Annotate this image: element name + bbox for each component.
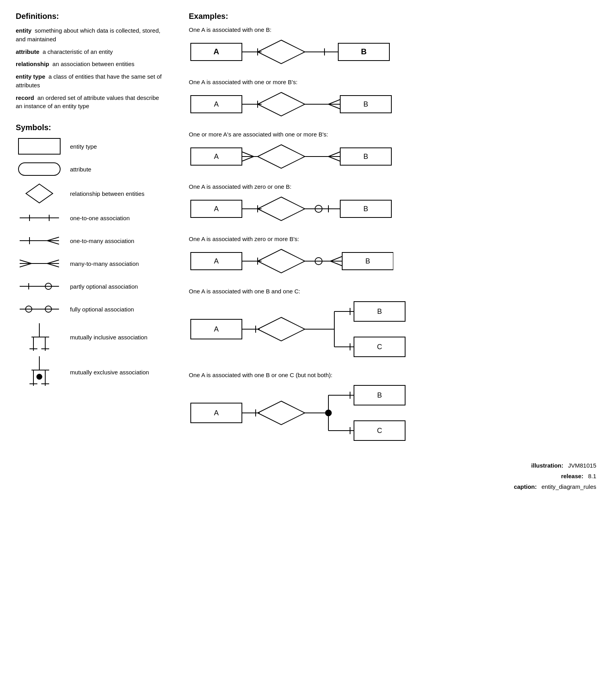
right-column: Examples: One A is associated with one B…	[189, 12, 596, 492]
def-entity: entity something about which data is col…	[16, 26, 165, 44]
svg-line-8	[47, 237, 59, 241]
svg-text:B: B	[361, 47, 367, 56]
footer: illustration: JVM81015 release: 8.1 capt…	[189, 460, 596, 492]
svg-text:B: B	[377, 308, 382, 315]
example-5: One A is associated with zero or more B'…	[189, 236, 596, 277]
svg-rect-0	[18, 138, 60, 154]
example-2-diagram: A B	[189, 88, 596, 120]
footer-illustration-label: illustration:	[524, 460, 563, 471]
svg-marker-74	[258, 197, 305, 221]
definitions-section: Definitions: entity something about whic…	[16, 12, 165, 111]
symbol-one-to-one: one-to-one association	[16, 209, 165, 227]
def-record: record an ordered set of attribute value…	[16, 94, 165, 111]
svg-text:B: B	[363, 205, 368, 213]
symbol-partly-optional-icon	[16, 282, 63, 291]
example-3-caption: One or more A's are associated with one …	[189, 131, 596, 138]
svg-text:A: A	[214, 257, 219, 265]
svg-line-10	[47, 241, 59, 244]
example-4-diagram: A B	[189, 193, 596, 225]
svg-line-54	[328, 104, 340, 109]
svg-text:B: B	[365, 257, 370, 265]
svg-marker-96	[258, 317, 305, 341]
footer-caption-label: caption:	[498, 481, 537, 492]
svg-text:A: A	[214, 205, 219, 213]
examples-title: Examples:	[189, 12, 596, 21]
svg-point-36	[37, 374, 42, 379]
footer-caption-row: caption: entity_diagram_rules	[189, 481, 596, 492]
example-3: One or more A's are associated with one …	[189, 131, 596, 172]
svg-text:C: C	[377, 427, 382, 435]
symbols-title: Symbols:	[16, 123, 165, 132]
svg-line-14	[20, 263, 31, 267]
symbol-one-to-one-label: one-to-one association	[70, 215, 130, 221]
example-5-diagram: A B	[189, 245, 596, 277]
symbol-many-to-many-icon	[16, 258, 63, 269]
def-relationship: relationship an association between enti…	[16, 60, 165, 68]
footer-release-label: release:	[544, 471, 583, 481]
symbol-many-to-many-label: many-to-many association	[70, 260, 139, 267]
svg-marker-63	[258, 145, 305, 168]
svg-line-89	[330, 261, 342, 266]
footer-illustration-value: JVM81015	[568, 460, 596, 471]
symbol-mutually-exclusive-label: mutually exclusive association	[70, 369, 149, 376]
definitions-title: Definitions:	[16, 12, 165, 21]
svg-text:C: C	[377, 343, 382, 351]
def-entity-type: entity type a class of entities that hav…	[16, 72, 165, 90]
svg-marker-111	[258, 401, 305, 425]
symbol-relationship-icon	[16, 183, 63, 204]
svg-line-60	[242, 152, 254, 157]
symbols-section: Symbols: entity type attribute	[16, 123, 165, 388]
symbol-one-to-many: one-to-many association	[16, 232, 165, 249]
def-attribute: attribute a characteristic of an entity	[16, 48, 165, 56]
svg-rect-1	[18, 163, 60, 175]
footer-illustration-row: illustration: JVM81015	[189, 460, 596, 471]
svg-text:A: A	[214, 409, 219, 417]
symbol-fully-optional-label: fully optional association	[70, 306, 134, 313]
symbol-one-to-one-icon	[16, 213, 63, 223]
symbol-entity-type-label: entity type	[70, 143, 97, 150]
svg-text:B: B	[377, 391, 382, 399]
symbol-one-to-many-label: one-to-many association	[70, 238, 134, 244]
symbol-many-to-many: many-to-many association	[16, 255, 165, 272]
example-7-caption: One A is associated with one B or one C …	[189, 372, 596, 378]
symbol-attribute-label: attribute	[70, 166, 91, 173]
svg-line-65	[328, 152, 340, 157]
svg-line-62	[242, 157, 254, 161]
main-layout: Definitions: entity something about whic…	[16, 12, 596, 492]
footer-caption-value: entity_diagram_rules	[542, 481, 596, 492]
symbol-attribute: attribute	[16, 160, 165, 178]
example-6-caption: One A is associated with one B and one C…	[189, 288, 596, 295]
example-6: One A is associated with one B and one C…	[189, 288, 596, 361]
symbol-mutually-inclusive: mutually inclusive association	[16, 323, 165, 351]
footer-release-row: release: 8.1	[189, 471, 596, 481]
symbol-fully-optional: fully optional association	[16, 300, 165, 318]
svg-marker-2	[26, 184, 53, 203]
svg-line-87	[330, 256, 342, 261]
example-2: One A is associated with one or more B's…	[189, 79, 596, 120]
svg-line-67	[328, 157, 340, 161]
symbol-mutually-inclusive-label: mutually inclusive association	[70, 334, 147, 341]
svg-text:A: A	[214, 325, 219, 333]
left-column: Definitions: entity something about whic…	[16, 12, 165, 393]
svg-line-15	[47, 260, 59, 263]
svg-marker-41	[258, 40, 305, 64]
symbol-mutually-inclusive-icon	[16, 323, 63, 351]
svg-marker-50	[258, 92, 305, 116]
example-6-diagram: A	[189, 298, 596, 361]
symbol-one-to-many-icon	[16, 235, 63, 246]
symbol-fully-optional-icon	[16, 304, 63, 314]
svg-line-17	[47, 263, 59, 267]
symbol-mutually-exclusive: mutually exclusive association	[16, 356, 165, 388]
example-2-caption: One A is associated with one or more B's…	[189, 79, 596, 85]
example-7: One A is associated with one B or one C …	[189, 372, 596, 444]
svg-text:B: B	[363, 153, 368, 160]
svg-text:A: A	[214, 47, 219, 56]
symbol-entity-type: entity type	[16, 138, 165, 155]
svg-text:A: A	[214, 153, 219, 160]
symbol-partly-optional-label: partly optional association	[70, 283, 138, 290]
example-1: One A is associated with one B: A	[189, 26, 596, 68]
symbol-mutually-exclusive-icon	[16, 356, 63, 388]
svg-line-52	[328, 99, 340, 104]
example-7-diagram: A	[189, 381, 596, 444]
svg-text:B: B	[363, 100, 368, 108]
